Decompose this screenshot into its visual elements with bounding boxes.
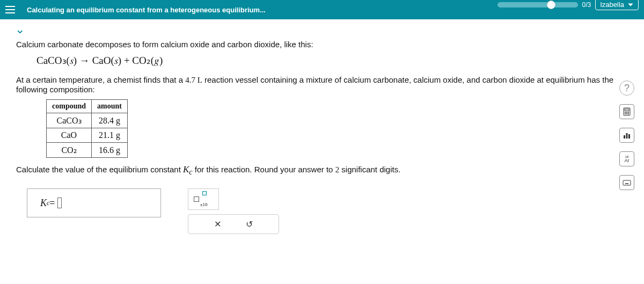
cell-compound: CaO (47, 128, 92, 143)
placeholder-box-icon (194, 196, 199, 202)
periodic-table-icon[interactable]: 18Ar (619, 151, 634, 166)
problem-content: Calcium carbonate decomposes to form cal… (0, 37, 644, 234)
input-cursor (57, 198, 62, 208)
clear-button[interactable]: ✕ (214, 219, 221, 229)
cell-amount: 16.6 g (92, 143, 128, 158)
svg-point-2 (625, 112, 626, 113)
answer-input[interactable]: Kc = (27, 188, 161, 217)
svg-point-3 (626, 112, 627, 113)
svg-rect-1 (625, 109, 629, 111)
composition-table: compound amount CaCO₃ 28.4 g CaO 21.1 g … (46, 99, 128, 158)
calculator-icon[interactable] (619, 104, 634, 119)
chevron-down-icon (627, 2, 634, 8)
svg-rect-9 (626, 133, 628, 139)
cell-compound: CaCO₃ (47, 113, 92, 128)
side-toolbar: ? 18Ar (619, 81, 634, 190)
problem-intro: Calcium carbonate decomposes to form cal… (16, 40, 628, 49)
collapse-section: ⌄ (0, 19, 644, 37)
app-header: Calculating an equilibrium constant from… (0, 0, 644, 19)
table-row: CaCO₃ 28.4 g (47, 113, 128, 128)
scientific-notation-button[interactable]: x10 (188, 188, 219, 210)
user-name: Izabella (600, 1, 624, 9)
problem-question: Calculate the value of the equilibrium c… (16, 164, 628, 177)
progress-count: 0/3 (582, 1, 591, 9)
keyboard-icon[interactable] (619, 175, 634, 190)
progress-bar[interactable] (497, 2, 578, 8)
action-bar: ✕ ↺ (188, 214, 279, 234)
bar-chart-icon[interactable] (619, 128, 634, 143)
table-row: CaO 21.1 g (47, 128, 128, 143)
svg-rect-8 (624, 135, 625, 139)
header-compound: compound (47, 100, 92, 113)
table-row: CO₂ 16.6 g (47, 143, 128, 158)
tool-panel: x10 ✕ ↺ (188, 188, 279, 234)
svg-point-5 (625, 113, 626, 114)
cell-amount: 21.1 g (92, 128, 128, 143)
header-right: 0/3 Izabella (497, 2, 639, 10)
svg-point-7 (628, 113, 629, 114)
reset-button[interactable]: ↺ (246, 219, 253, 229)
exponent-box-icon (202, 191, 207, 195)
svg-rect-11 (623, 180, 631, 185)
svg-rect-10 (628, 134, 630, 139)
chevron-down-icon[interactable]: ⌄ (15, 23, 25, 36)
chemical-equation: CaCO₃(𝑠) → CaO(𝑠) + CO₂(𝑔) (36, 54, 628, 67)
progress-knob (547, 1, 555, 9)
header-amount: amount (92, 100, 128, 113)
svg-point-4 (628, 112, 629, 113)
problem-setup: At a certain temperature, a chemist find… (16, 75, 628, 94)
user-menu[interactable]: Izabella (595, 0, 639, 10)
svg-point-6 (626, 113, 627, 114)
table-header-row: compound amount (47, 100, 128, 113)
cell-amount: 28.4 g (92, 113, 128, 128)
menu-icon[interactable] (5, 3, 19, 17)
answer-row: Kc = x10 ✕ ↺ (27, 188, 628, 234)
help-icon[interactable]: ? (619, 81, 634, 96)
cell-compound: CO₂ (47, 143, 92, 158)
page-title: Calculating an equilibrium constant from… (27, 6, 266, 14)
